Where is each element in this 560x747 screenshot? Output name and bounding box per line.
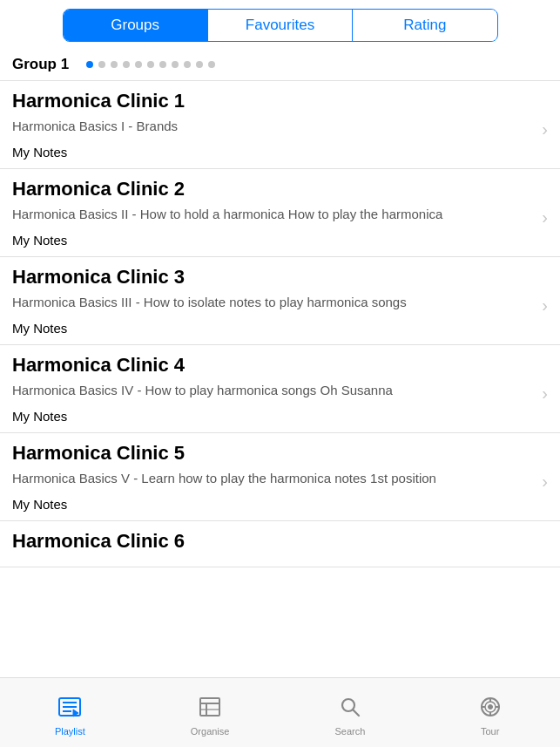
clinic-desc-row-3: Harmonica Basics III - How to isolate no…	[12, 294, 548, 316]
dot-8[interactable]	[172, 61, 179, 68]
clinic-desc-row-5: Harmonica Basics V - Learn how to play t…	[12, 470, 548, 492]
chevron-icon-2: ›	[542, 207, 548, 227]
playlist-label: Playlist	[55, 726, 85, 737]
dot-3[interactable]	[111, 61, 118, 68]
chevron-icon-3: ›	[542, 295, 548, 316]
bottom-tab-search[interactable]: Search	[280, 689, 421, 737]
tour-icon	[478, 695, 503, 723]
svg-point-17	[488, 704, 492, 709]
tab-rating[interactable]: Rating	[353, 10, 496, 41]
dot-1[interactable]	[86, 61, 93, 68]
my-notes-2: My Notes	[12, 233, 548, 248]
bottom-tab-tour[interactable]: Tour	[420, 689, 560, 737]
clinic-desc-row-4: Harmonica Basics IV - How to play harmon…	[12, 382, 548, 404]
bottom-tab-bar: Playlist Organise Search	[0, 677, 560, 747]
dot-5[interactable]	[135, 61, 142, 68]
clinic-desc-row-1: Harmonica Basics I - Brands ›	[12, 118, 548, 139]
svg-rect-5	[200, 698, 219, 716]
clinic-title-6: Harmonica Clinic 6	[12, 530, 548, 553]
pagination-dots	[86, 61, 215, 68]
clinic-title-5: Harmonica Clinic 5	[12, 442, 548, 465]
tab-favourites[interactable]: Favourites	[208, 10, 353, 41]
clinic-list: Harmonica Clinic 1 Harmonica Basics I - …	[0, 81, 560, 666]
dot-6[interactable]	[147, 61, 154, 68]
bottom-tab-organise[interactable]: Organise	[140, 689, 280, 737]
organise-label: Organise	[191, 726, 230, 737]
dot-11[interactable]	[208, 61, 215, 68]
clinic-title-1: Harmonica Clinic 1	[12, 90, 548, 112]
bottom-tab-playlist[interactable]: Playlist	[0, 689, 140, 737]
list-item[interactable]: Harmonica Clinic 5 Harmonica Basics V - …	[0, 433, 560, 521]
clinic-desc-3: Harmonica Basics III - How to isolate no…	[12, 294, 542, 311]
clinic-title-3: Harmonica Clinic 3	[12, 266, 548, 289]
list-item[interactable]: Harmonica Clinic 6	[0, 521, 560, 567]
tour-label: Tour	[481, 726, 499, 737]
svg-line-10	[353, 710, 359, 716]
dot-10[interactable]	[196, 61, 203, 68]
chevron-icon-4: ›	[542, 384, 548, 404]
dot-7[interactable]	[159, 61, 166, 68]
tab-groups[interactable]: Groups	[64, 10, 208, 41]
list-item[interactable]: Harmonica Clinic 2 Harmonica Basics II -…	[0, 169, 560, 257]
clinic-desc-row-2: Harmonica Basics II - How to hold a harm…	[12, 206, 548, 227]
my-notes-1: My Notes	[12, 145, 548, 160]
organise-icon	[198, 695, 222, 723]
my-notes-3: My Notes	[12, 321, 548, 336]
chevron-icon-1: ›	[542, 119, 548, 139]
dot-4[interactable]	[123, 61, 130, 68]
dot-9[interactable]	[184, 61, 191, 68]
group-label: Group 1	[12, 56, 69, 73]
playlist-icon	[57, 695, 82, 723]
list-item[interactable]: Harmonica Clinic 3 Harmonica Basics III …	[0, 257, 560, 345]
tab-group: Groups Favourites Rating	[63, 9, 498, 42]
clinic-title-2: Harmonica Clinic 2	[12, 178, 548, 200]
top-tab-bar: Groups Favourites Rating	[0, 0, 560, 49]
dot-2[interactable]	[98, 61, 105, 68]
search-label: Search	[334, 726, 365, 737]
clinic-desc-2: Harmonica Basics II - How to hold a harm…	[12, 206, 542, 223]
my-notes-4: My Notes	[12, 409, 548, 424]
clinic-desc-1: Harmonica Basics I - Brands	[12, 118, 542, 135]
list-item[interactable]: Harmonica Clinic 1 Harmonica Basics I - …	[0, 81, 560, 169]
chevron-icon-5: ›	[542, 472, 548, 492]
my-notes-5: My Notes	[12, 497, 548, 512]
clinic-desc-4: Harmonica Basics IV - How to play harmon…	[12, 382, 542, 399]
group-header: Group 1	[0, 49, 560, 81]
clinic-desc-5: Harmonica Basics V - Learn how to play t…	[12, 470, 542, 487]
list-item[interactable]: Harmonica Clinic 4 Harmonica Basics IV -…	[0, 345, 560, 433]
search-icon	[338, 695, 362, 723]
clinic-title-4: Harmonica Clinic 4	[12, 354, 548, 377]
